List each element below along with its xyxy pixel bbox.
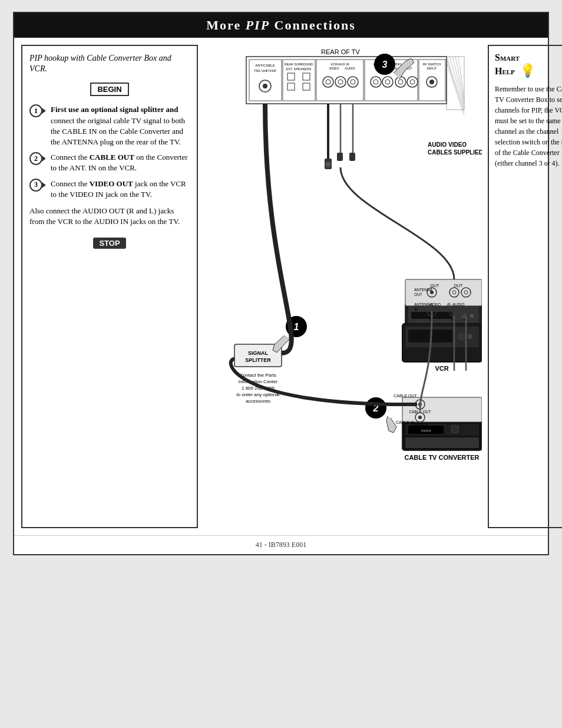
svg-point-19 bbox=[335, 77, 346, 87]
instruction-box: PIP hookup with Cable Converter Box and … bbox=[21, 45, 198, 528]
svg-text:75Ω UHF/VHF: 75Ω UHF/VHF bbox=[254, 69, 277, 73]
svg-text:INPUT: INPUT bbox=[427, 67, 437, 70]
svg-point-33 bbox=[407, 77, 418, 87]
svg-text:accessories: accessories bbox=[246, 398, 270, 404]
svg-point-20 bbox=[338, 80, 343, 84]
page-header: More PIP Connections bbox=[14, 13, 548, 38]
svg-line-43 bbox=[452, 57, 464, 104]
smart-help-title: Smart Help 💡 bbox=[495, 52, 562, 79]
svg-text:CABLES SUPPLIED: CABLES SUPPLIED bbox=[428, 149, 482, 156]
diagram-svg: REAR OF TV ANT/CABLE 75Ω UHF/VHF REAR SU… bbox=[211, 44, 482, 527]
step-3-circle: 3 bbox=[29, 179, 42, 192]
svg-point-105 bbox=[468, 334, 472, 339]
step-2-text: Connect the CABLE OUT on the Converter t… bbox=[51, 152, 190, 173]
svg-text:ANT/CABLE: ANT/CABLE bbox=[255, 64, 275, 67]
page-container: More PIP Connections PIP hookup with Cab… bbox=[13, 12, 549, 555]
svg-point-29 bbox=[382, 77, 393, 87]
diagram-area: REAR OF TV ANT/CABLE 75Ω UHF/VHF REAR SU… bbox=[205, 38, 488, 535]
svg-text:REAR SURROUND: REAR SURROUND bbox=[285, 62, 313, 66]
instruction-title: PIP hookup with Cable Converter Box and … bbox=[29, 53, 190, 74]
page-footer: 41 - IB7893 E001 bbox=[14, 535, 548, 554]
step-3: 3 Connect the VIDEO OUT jack on the VCR … bbox=[29, 179, 190, 200]
svg-text:CABLE IN: CABLE IN bbox=[396, 420, 415, 424]
svg-text:OUT: OUT bbox=[454, 284, 464, 288]
svg-text:OUT: OUT bbox=[431, 284, 440, 288]
svg-point-63 bbox=[470, 314, 474, 318]
svg-point-31 bbox=[395, 77, 406, 87]
smart-help-box: Smart Help 💡 Remember to use the Cable T… bbox=[488, 45, 562, 528]
help-label: Help bbox=[495, 65, 515, 77]
svg-text:IN: IN bbox=[414, 307, 418, 311]
step-3-text: Connect the VIDEO OUT jack on the VCR to… bbox=[51, 179, 190, 200]
svg-line-46 bbox=[447, 60, 464, 113]
header-more: More bbox=[206, 18, 245, 32]
svg-point-39 bbox=[429, 80, 434, 84]
header-connections: Connections bbox=[270, 18, 356, 32]
svg-point-5 bbox=[263, 84, 267, 88]
smart-label: Smart bbox=[495, 52, 562, 63]
step-1-text: First use an optional signal splitter an… bbox=[51, 104, 190, 147]
svg-point-34 bbox=[410, 80, 415, 84]
svg-text:VIDEO: VIDEO bbox=[329, 67, 339, 70]
svg-rect-112 bbox=[405, 437, 479, 448]
svg-rect-12 bbox=[303, 83, 310, 90]
lightbulb-icon: 💡 bbox=[520, 63, 535, 78]
svg-rect-10 bbox=[303, 73, 310, 80]
svg-line-41 bbox=[447, 57, 464, 110]
step-2: 2 Connect the CABLE OUT on the Converter… bbox=[29, 152, 190, 173]
step-2-circle: 2 bbox=[29, 152, 42, 165]
svg-rect-57 bbox=[337, 153, 343, 161]
svg-point-18 bbox=[326, 80, 330, 84]
svg-text:3: 3 bbox=[382, 60, 388, 70]
svg-text:CABLE OUT: CABLE OUT bbox=[409, 410, 431, 414]
svg-point-22 bbox=[351, 80, 355, 84]
svg-text:SIGNAL: SIGNAL bbox=[248, 350, 269, 356]
svg-point-56 bbox=[325, 162, 331, 167]
smart-help-body: Remember to use the Cable TV Converter B… bbox=[495, 84, 562, 169]
svg-text:AUDIO VIDEO: AUDIO VIDEO bbox=[428, 141, 467, 148]
svg-text:EXT. SPEAKERS: EXT. SPEAKERS bbox=[286, 67, 312, 71]
content-row: PIP hookup with Cable Converter Box and … bbox=[14, 38, 548, 535]
svg-point-21 bbox=[348, 77, 358, 87]
svg-point-83 bbox=[430, 291, 434, 294]
svg-text:VIDEO: VIDEO bbox=[429, 302, 441, 307]
svg-point-27 bbox=[371, 77, 381, 87]
svg-point-122 bbox=[418, 416, 422, 419]
svg-rect-58 bbox=[349, 153, 355, 161]
footer-text: 41 - IB7893 E001 bbox=[256, 541, 306, 549]
svg-text:CABLE OUT: CABLE OUT bbox=[394, 394, 417, 398]
svg-point-104 bbox=[458, 333, 465, 340]
additional-text: Also connect the AUDIO OUT (R and L) jac… bbox=[29, 206, 190, 227]
header-pip: PIP bbox=[246, 18, 270, 32]
svg-text:to order any optional: to order any optional bbox=[237, 392, 280, 397]
svg-rect-9 bbox=[287, 73, 295, 80]
step-1-circle: 1 bbox=[29, 104, 42, 117]
begin-label: BEGIN bbox=[97, 85, 121, 94]
svg-point-17 bbox=[323, 77, 333, 87]
svg-text:OUT: OUT bbox=[414, 292, 422, 297]
help-row: Help 💡 bbox=[495, 63, 562, 78]
rear-of-tv-label: REAR OF TV bbox=[321, 48, 360, 55]
svg-text:SPLITTER: SPLITTER bbox=[245, 357, 271, 363]
svg-text:CABLE TV CONVERTER: CABLE TV CONVERTER bbox=[404, 454, 479, 461]
stop-label: STOP bbox=[99, 239, 120, 248]
svg-line-44 bbox=[455, 57, 464, 101]
step-1: 1 First use an optional signal splitter … bbox=[29, 104, 190, 147]
svg-rect-115 bbox=[451, 426, 458, 433]
svg-text:AUDIO: AUDIO bbox=[345, 67, 355, 70]
svg-text:VCR/AUX IN: VCR/AUX IN bbox=[330, 62, 349, 66]
additional-instruction: Also connect the AUDIO OUT (R and L) jac… bbox=[29, 206, 180, 226]
pip-hookup-title: PIP hookup with Cable Converter Box and … bbox=[29, 54, 171, 73]
svg-point-30 bbox=[385, 80, 390, 84]
svg-text:Contact the Parts: Contact the Parts bbox=[240, 373, 276, 378]
svg-point-28 bbox=[373, 80, 378, 84]
svg-text:RF SWITCH: RF SWITCH bbox=[423, 62, 441, 66]
svg-line-47 bbox=[447, 62, 464, 116]
svg-point-32 bbox=[398, 80, 403, 84]
svg-rect-11 bbox=[287, 83, 295, 90]
stop-box: STOP bbox=[93, 238, 125, 249]
svg-text:■■■■: ■■■■ bbox=[421, 429, 431, 433]
svg-text:-R- AUDIO: -R- AUDIO bbox=[446, 302, 464, 307]
begin-box: BEGIN bbox=[90, 83, 128, 96]
svg-text:VCR: VCR bbox=[435, 365, 448, 372]
